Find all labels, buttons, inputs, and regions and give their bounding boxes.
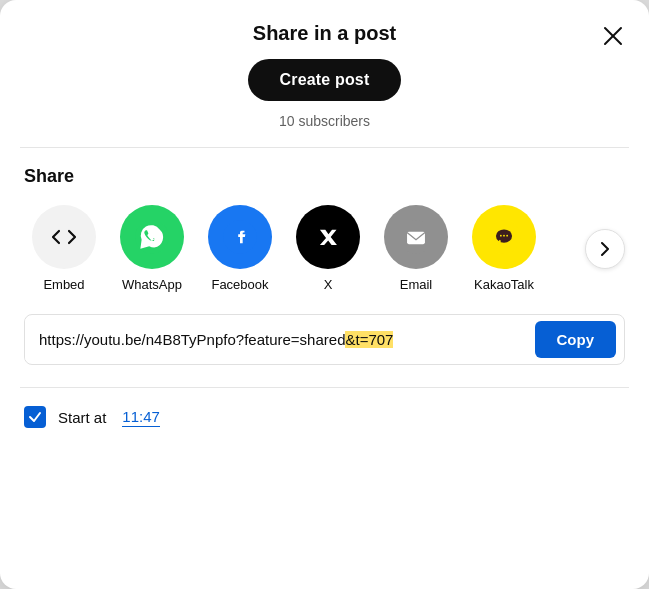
whatsapp-label: WhatsApp (122, 277, 182, 292)
kakaotalk-label: KakaoTalk (474, 277, 534, 292)
share-item-email[interactable]: Email (376, 205, 456, 292)
share-icons-row: Embed WhatsApp (24, 205, 625, 292)
email-icon-circle (384, 205, 448, 269)
svg-rect-6 (407, 232, 425, 245)
share-icons-scroll: Embed WhatsApp (24, 205, 581, 292)
share-item-x[interactable]: X (288, 205, 368, 292)
x-icon-circle (296, 205, 360, 269)
share-modal: Share in a post Create post 10 subscribe… (0, 0, 649, 589)
embed-icon (49, 222, 79, 252)
share-section: Share Embed (0, 148, 649, 292)
url-highlight: &t=707 (345, 331, 393, 348)
share-item-embed[interactable]: Embed (24, 205, 104, 292)
svg-point-10 (503, 235, 505, 237)
share-item-whatsapp[interactable]: WhatsApp (112, 205, 192, 292)
whatsapp-icon-circle (120, 205, 184, 269)
kakaotalk-icon (487, 220, 521, 254)
modal-header: Share in a post (0, 0, 649, 59)
checkmark-icon (28, 410, 42, 424)
whatsapp-icon (135, 220, 169, 254)
facebook-icon-circle (208, 205, 272, 269)
modal-title: Share in a post (253, 22, 396, 45)
close-icon (601, 24, 625, 48)
share-label: Share (24, 166, 625, 187)
close-button[interactable] (595, 18, 631, 54)
x-label: X (324, 277, 333, 292)
next-button[interactable] (585, 229, 625, 269)
start-at-row: Start at 11:47 (0, 388, 649, 428)
facebook-label: Facebook (211, 277, 268, 292)
embed-icon-circle (32, 205, 96, 269)
url-text: https://youtu.be/n4B8TyPnpfo?feature=sha… (25, 319, 535, 360)
create-post-button[interactable]: Create post (248, 59, 402, 101)
svg-point-9 (500, 235, 502, 237)
start-at-time[interactable]: 11:47 (122, 408, 160, 427)
x-icon (311, 220, 345, 254)
embed-label: Embed (43, 277, 84, 292)
chevron-right-icon (596, 240, 614, 258)
start-at-checkbox[interactable] (24, 406, 46, 428)
share-item-kakaotalk[interactable]: KakaoTalk (464, 205, 544, 292)
share-item-facebook[interactable]: Facebook (200, 205, 280, 292)
start-at-label: Start at (58, 409, 106, 426)
email-icon (399, 220, 433, 254)
email-label: Email (400, 277, 433, 292)
facebook-icon (223, 220, 257, 254)
subscribers-text: 10 subscribers (0, 113, 649, 129)
svg-point-11 (506, 235, 508, 237)
url-row: https://youtu.be/n4B8TyPnpfo?feature=sha… (24, 314, 625, 365)
kakaotalk-icon-circle (472, 205, 536, 269)
copy-button[interactable]: Copy (535, 321, 617, 358)
